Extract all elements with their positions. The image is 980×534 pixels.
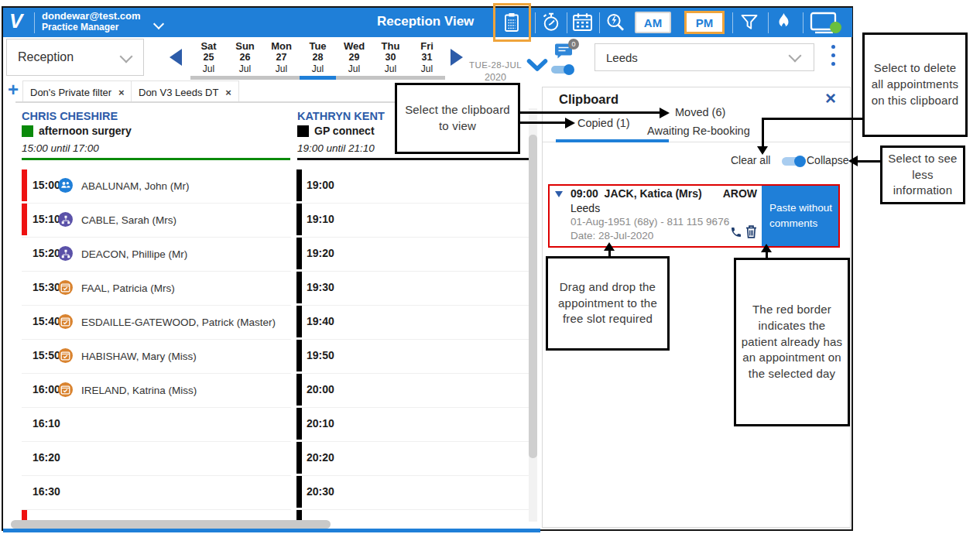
message-count-badge: 0: [568, 39, 579, 50]
add-filter-button[interactable]: +: [8, 80, 19, 99]
free-slot[interactable]: 20:00: [296, 373, 534, 408]
free-slot[interactable]: 19:00: [296, 169, 534, 204]
day-thu-30[interactable]: Thu30Jul: [372, 40, 409, 80]
chevron-down-icon: [789, 50, 802, 63]
account-email[interactable]: dondewar@test.com: [42, 10, 141, 22]
bottom-accent-bar: [3, 529, 540, 532]
free-slot[interactable]: 20:40: [296, 509, 534, 522]
double-booking-flag: [22, 204, 27, 235]
free-slot[interactable]: 20:20: [296, 441, 534, 476]
appointment-slot[interactable]: 15:10CABLE, Sarah (Mrs): [22, 203, 291, 238]
filter-tab-don-v3-leeds[interactable]: Don V3 Leeds DT ×: [131, 80, 239, 103]
search-appointment-icon[interactable]: [605, 12, 626, 33]
annotation-connector: [762, 118, 764, 146]
free-slot[interactable]: 19:10: [296, 203, 534, 238]
clinician-name[interactable]: KATHRYN KENT: [297, 110, 385, 122]
previous-week-arrow[interactable]: [170, 49, 182, 66]
flame-icon[interactable]: [775, 12, 793, 33]
close-icon[interactable]: ×: [118, 87, 125, 98]
stopwatch-icon[interactable]: [540, 12, 561, 33]
active-tab-indicator: [556, 139, 669, 142]
free-slot[interactable]: 16:30: [22, 475, 291, 510]
appointment-slot[interactable]: 15:30FAAL, Patricia (Mrs): [22, 271, 291, 306]
card-time: 09:00: [571, 187, 598, 200]
appointment-slot[interactable]: 16:00IRELAND, Katrina (Miss): [22, 373, 291, 408]
location-selector[interactable]: Leeds: [595, 43, 814, 71]
tab-moved[interactable]: Moved (6): [675, 106, 725, 118]
free-slot[interactable]: 19:50: [296, 339, 534, 374]
clipboard-title: Clipboard: [559, 92, 618, 107]
booked-appointment-icon: [58, 280, 73, 295]
messages-toggle-knob: [564, 64, 574, 75]
session-name: afternoon surgery: [39, 125, 132, 137]
screen: V dondewar@test.com Practice Manager Rec…: [0, 0, 980, 534]
selected-date-year: 2020: [466, 72, 525, 83]
filter-tab-label: Don V3 Leeds DT: [139, 87, 218, 98]
delete-icon[interactable]: [745, 225, 757, 241]
tab-awaiting-rebooking[interactable]: Awaiting Re-booking: [647, 125, 750, 137]
selected-date-label: TUE-28-JUL: [466, 60, 525, 70]
appointment-slot[interactable]: 15:20DEACON, Phillipe (Mr): [22, 237, 291, 272]
calendar-icon[interactable]: [572, 12, 593, 32]
session-hours: 15:00 until 17:00: [22, 142, 99, 154]
clipboard-highlight-box: [493, 3, 531, 42]
card-code: AROW: [711, 187, 757, 200]
free-slot[interactable]: 20:10: [296, 407, 534, 442]
free-slot[interactable]: 19:20: [296, 237, 534, 272]
status-online-dot: [830, 22, 841, 33]
view-selector[interactable]: Reception: [6, 39, 144, 76]
messages-toggle[interactable]: [551, 66, 573, 74]
tab-copied[interactable]: Copied (1): [577, 117, 630, 129]
day-tue-28-selected[interactable]: Tue28Jul: [300, 40, 336, 80]
appointment-slot[interactable]: 15:50HABISHAW, Mary (Miss): [22, 339, 291, 374]
divider: [768, 12, 769, 33]
horizontal-scrollbar-thumb[interactable]: [11, 520, 331, 529]
day-mon-27[interactable]: Mon27Jul: [263, 40, 300, 80]
paste-without-comments-button[interactable]: Paste without comments: [762, 186, 838, 246]
session-underline: [297, 158, 534, 160]
divider: [803, 12, 804, 33]
next-week-arrow[interactable]: [451, 49, 463, 66]
annotation-select-clipboard: Select the clipboard to view: [395, 83, 520, 154]
card-date: Date: 28-Jul-2020: [571, 230, 653, 241]
free-slot[interactable]: 19:40: [296, 305, 534, 340]
view-selector-value: Reception: [18, 50, 74, 64]
account-menu-chevron-icon[interactable]: [155, 17, 163, 31]
session-hours: 19:00 until 21:10: [297, 142, 375, 154]
free-slot[interactable]: 19:30: [296, 271, 534, 306]
close-icon[interactable]: ×: [225, 87, 231, 98]
day-sun-26[interactable]: Sun26Jul: [227, 40, 263, 80]
booked-appointment-icon: [58, 314, 73, 329]
filter-tab-label: Don's Private filter: [30, 87, 111, 98]
day-fri-31[interactable]: Fri31Jul: [409, 40, 445, 80]
card-time-and-patient: 09:00 JACK, Katica (Mrs): [571, 187, 702, 200]
expand-card-icon[interactable]: [555, 191, 563, 197]
divider: [535, 12, 536, 33]
free-slot[interactable]: 20:30: [296, 475, 534, 510]
pm-button[interactable]: PM: [684, 11, 725, 34]
more-options-menu[interactable]: [831, 45, 835, 66]
double-booking-flag: [22, 169, 27, 201]
day-wed-29[interactable]: Wed29Jul: [336, 40, 372, 80]
expand-date-chevron-icon[interactable]: [526, 59, 548, 76]
clinician-name[interactable]: CHRIS CHESHIRE: [22, 110, 118, 122]
close-icon[interactable]: ×: [825, 87, 836, 109]
divider: [599, 12, 600, 33]
care-pathway-icon: [58, 246, 73, 261]
card-location: Leeds: [571, 202, 600, 214]
free-slot[interactable]: 16:20: [22, 441, 291, 476]
phone-icon[interactable]: [730, 226, 742, 241]
appointment-slot[interactable]: 15:40ESDAILLE-GATEWOOD, Patrick (Master): [22, 305, 291, 340]
filter-icon[interactable]: [739, 12, 759, 33]
annotation-arrowhead: [604, 242, 615, 251]
vertical-scrollbar-thumb[interactable]: [529, 135, 537, 458]
collapse-toggle[interactable]: [782, 157, 804, 166]
clear-all-button[interactable]: Clear all: [731, 154, 770, 166]
day-sat-25[interactable]: Sat25Jul: [190, 40, 227, 80]
chevron-down-icon: [120, 50, 133, 63]
free-slot[interactable]: 16:10: [22, 407, 291, 442]
am-button[interactable]: AM: [635, 12, 671, 33]
annotation-connector: [762, 118, 862, 120]
appointment-slot[interactable]: 15:00ABALUNAM, John (Mr): [22, 169, 291, 204]
filter-tab-dons-private[interactable]: Don's Private filter ×: [22, 80, 132, 103]
